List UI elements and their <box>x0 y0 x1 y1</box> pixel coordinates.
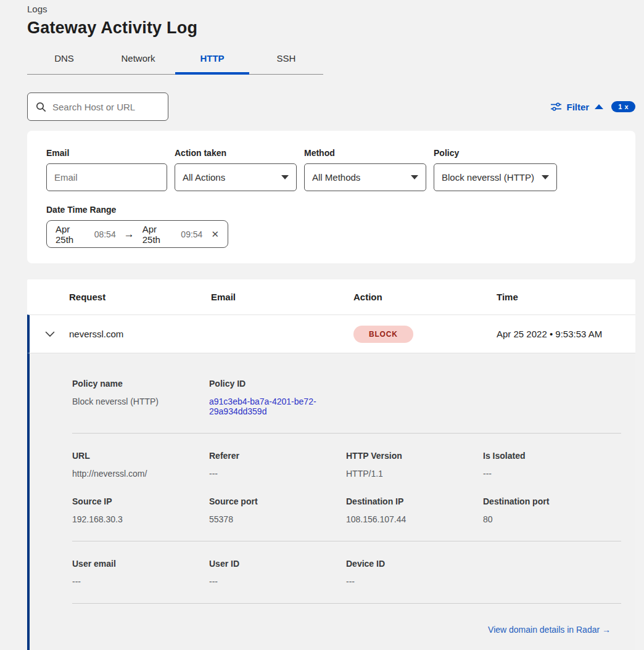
column-header-request[interactable]: Request <box>69 292 211 302</box>
is-isolated-label: Is Isolated <box>483 451 621 461</box>
is-isolated-value: --- <box>483 469 621 479</box>
device-id-label: Device ID <box>346 559 483 569</box>
search-input[interactable] <box>52 102 160 112</box>
policy-filter-label: Policy <box>434 148 557 158</box>
policy-select[interactable]: Block neverssl (HTTP) <box>434 163 557 191</box>
range-end-time[interactable]: 09:54 <box>181 229 202 239</box>
filter-panel: Email Action taken All Actions Method Al… <box>27 131 635 263</box>
row-detail-panel: Policy name Block neverssl (HTTP) Policy… <box>27 353 635 650</box>
expand-chevron-icon[interactable] <box>30 331 69 337</box>
breadcrumb[interactable]: Logs <box>27 2 635 14</box>
filter-field-policy: Policy Block neverssl (HTTP) <box>434 148 557 191</box>
date-time-range-picker[interactable]: Apr 25th 08:54 → Apr 25th 09:54 ✕ <box>46 220 228 248</box>
chevron-down-icon <box>542 175 549 179</box>
destination-port-value: 80 <box>483 514 621 524</box>
row-action: BLOCK <box>353 326 497 343</box>
action-taken-value: All Actions <box>183 172 225 183</box>
column-header-time[interactable]: Time <box>497 292 635 302</box>
filter-field-method: Method All Methods <box>304 148 426 191</box>
user-email-label: User email <box>72 559 209 569</box>
range-arrow-icon: → <box>124 228 134 241</box>
user-id-label: User ID <box>209 559 346 569</box>
destination-port-label: Destination port <box>483 496 621 506</box>
device-id-value: --- <box>346 577 483 586</box>
filter-field-email: Email <box>46 148 167 191</box>
chevron-down-icon <box>411 175 418 179</box>
range-end-date[interactable]: Apr 25th <box>142 224 175 245</box>
tab-http[interactable]: HTTP <box>175 47 249 75</box>
tab-ssh[interactable]: SSH <box>249 47 323 75</box>
user-email-value: --- <box>72 577 209 586</box>
policy-name-label: Policy name <box>72 379 209 389</box>
table-header-row: Request Email Action Time <box>27 279 635 315</box>
log-type-tabs: DNS Network HTTP SSH <box>27 47 323 75</box>
url-value: http://neverssl.com/ <box>72 469 209 479</box>
range-start-time[interactable]: 08:54 <box>94 229 116 239</box>
filter-toggle[interactable]: Filter 1 x <box>551 101 635 112</box>
collapse-caret-icon <box>595 104 603 109</box>
activity-table: Request Email Action Time neverssl.com B… <box>27 279 635 650</box>
page-title: Gateway Activity Log <box>27 19 635 38</box>
column-header-action[interactable]: Action <box>353 292 497 302</box>
search-icon <box>36 102 46 112</box>
policy-id-label: Policy ID <box>209 379 346 389</box>
tab-network[interactable]: Network <box>101 47 175 75</box>
http-version-value: HTTP/1.1 <box>346 469 483 479</box>
policy-value: Block neverssl (HTTP) <box>442 172 534 183</box>
range-start-date[interactable]: Apr 25th <box>56 224 88 245</box>
column-header-email[interactable]: Email <box>211 292 353 302</box>
email-filter-label: Email <box>46 148 167 158</box>
detail-section-user: User email --- User ID --- Device ID --- <box>72 541 621 586</box>
method-select[interactable]: All Methods <box>304 163 426 191</box>
filter-label: Filter <box>567 102 590 112</box>
destination-ip-label: Destination IP <box>346 496 483 506</box>
source-port-value: 55378 <box>209 514 346 524</box>
view-in-radar-link[interactable]: View domain details in Radar → <box>488 625 611 635</box>
source-ip-label: Source IP <box>72 496 209 506</box>
detail-section-http: URL http://neverssl.com/ Referer --- HTT… <box>72 434 621 524</box>
detail-section-policy: Policy name Block neverssl (HTTP) Policy… <box>72 379 621 416</box>
referer-value: --- <box>209 469 346 479</box>
filter-sliders-icon <box>551 102 561 112</box>
block-status-badge: BLOCK <box>353 326 413 343</box>
toolbar: Filter 1 x <box>27 93 635 121</box>
filter-field-action-taken: Action taken All Actions <box>175 148 297 191</box>
action-taken-filter-label: Action taken <box>175 148 297 158</box>
gateway-activity-log-page: Logs Gateway Activity Log DNS Network HT… <box>0 0 644 650</box>
clear-range-icon[interactable]: ✕ <box>211 229 219 240</box>
filter-count-badge[interactable]: 1 x <box>611 101 635 112</box>
source-ip-value: 192.168.30.3 <box>72 514 209 524</box>
policy-name-value: Block neverssl (HTTP) <box>72 397 209 406</box>
email-filter-input[interactable] <box>54 172 159 183</box>
method-value: All Methods <box>312 172 360 183</box>
referer-label: Referer <box>209 451 346 461</box>
method-filter-label: Method <box>304 148 426 158</box>
tab-dns[interactable]: DNS <box>27 47 101 75</box>
user-id-value: --- <box>209 577 346 586</box>
table-row[interactable]: neverssl.com BLOCK Apr 25 2022 • 9:53:53… <box>27 315 635 353</box>
search-box[interactable] <box>27 93 168 121</box>
http-version-label: HTTP Version <box>346 451 483 461</box>
url-label: URL <box>72 451 209 461</box>
chevron-down-icon <box>281 175 289 179</box>
row-time: Apr 25 2022 • 9:53:53 AM <box>497 329 635 339</box>
source-port-label: Source port <box>209 496 346 506</box>
destination-ip-value: 108.156.107.44 <box>346 514 483 524</box>
policy-id-link[interactable]: a91c3eb4-ba7a-4201-be72-29a934dd359d <box>209 397 329 416</box>
action-taken-select[interactable]: All Actions <box>175 163 297 191</box>
date-time-range-label: Date Time Range <box>46 205 617 215</box>
row-request: neverssl.com <box>69 329 211 339</box>
